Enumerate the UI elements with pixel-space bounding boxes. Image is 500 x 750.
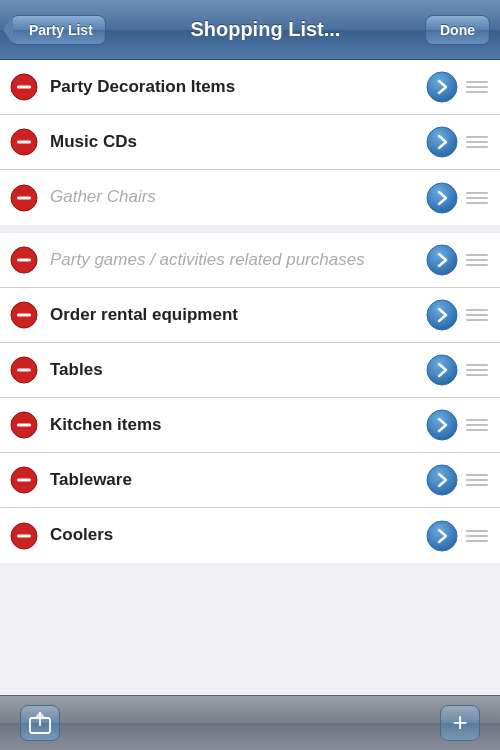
add-button[interactable]: + [440, 705, 480, 741]
svg-point-14 [427, 300, 457, 330]
reorder-handle[interactable] [466, 303, 490, 327]
svg-rect-22 [17, 479, 31, 482]
reorder-handle[interactable] [466, 130, 490, 154]
done-button[interactable]: Done [425, 15, 490, 45]
detail-button[interactable] [426, 71, 458, 103]
list-item: Order rental equipment [0, 288, 500, 343]
page-title: Shopping List... [106, 18, 425, 41]
add-icon: + [452, 709, 467, 735]
svg-rect-13 [17, 314, 31, 317]
list-item: Kitchen items [0, 398, 500, 453]
detail-button[interactable] [426, 409, 458, 441]
reorder-handle[interactable] [466, 186, 490, 210]
item-text: Tableware [50, 469, 418, 491]
svg-point-23 [427, 465, 457, 495]
list-item: Coolers [0, 508, 500, 563]
item-text: Gather Chairs [50, 186, 418, 208]
svg-rect-10 [17, 259, 31, 262]
svg-point-2 [427, 72, 457, 102]
detail-button[interactable] [426, 464, 458, 496]
share-button[interactable] [20, 705, 60, 741]
list-section-1: Party Decoration Items [0, 60, 500, 225]
item-text: Coolers [50, 524, 418, 546]
detail-button[interactable] [426, 182, 458, 214]
reorder-handle[interactable] [466, 358, 490, 382]
toolbar: + [0, 695, 500, 750]
list-item: Tableware [0, 453, 500, 508]
list-item: Gather Chairs [0, 170, 500, 225]
detail-button[interactable] [426, 299, 458, 331]
list-item: Party games / activities related purchas… [0, 233, 500, 288]
item-text: Order rental equipment [50, 304, 418, 326]
list-item: Tables [0, 343, 500, 398]
detail-button[interactable] [426, 126, 458, 158]
item-text: Party games / activities related purchas… [50, 249, 418, 271]
item-text: Music CDs [50, 131, 418, 153]
list-container: Party Decoration Items [0, 60, 500, 695]
delete-button[interactable] [10, 356, 38, 384]
svg-point-5 [427, 127, 457, 157]
svg-rect-25 [17, 534, 31, 537]
back-button-label: Party List [29, 22, 93, 38]
delete-button[interactable] [10, 246, 38, 274]
item-text: Kitchen items [50, 414, 418, 436]
back-button[interactable]: Party List [10, 15, 106, 45]
svg-rect-7 [17, 196, 31, 199]
svg-rect-19 [17, 424, 31, 427]
list-item: Party Decoration Items [0, 60, 500, 115]
delete-button[interactable] [10, 411, 38, 439]
reorder-handle[interactable] [466, 468, 490, 492]
detail-button[interactable] [426, 354, 458, 386]
svg-rect-4 [17, 141, 31, 144]
reorder-handle[interactable] [466, 248, 490, 272]
reorder-handle[interactable] [466, 75, 490, 99]
list-section-2: Party games / activities related purchas… [0, 233, 500, 563]
svg-point-20 [427, 410, 457, 440]
delete-button[interactable] [10, 73, 38, 101]
svg-point-11 [427, 245, 457, 275]
delete-button[interactable] [10, 466, 38, 494]
svg-point-8 [427, 183, 457, 213]
list-item: Music CDs [0, 115, 500, 170]
delete-button[interactable] [10, 301, 38, 329]
detail-button[interactable] [426, 244, 458, 276]
svg-point-17 [427, 355, 457, 385]
svg-rect-1 [17, 86, 31, 89]
nav-bar: Party List Shopping List... Done [0, 0, 500, 60]
detail-button[interactable] [426, 520, 458, 552]
delete-button[interactable] [10, 184, 38, 212]
item-text: Tables [50, 359, 418, 381]
svg-rect-16 [17, 369, 31, 372]
reorder-handle[interactable] [466, 524, 490, 548]
svg-point-26 [427, 521, 457, 551]
delete-button[interactable] [10, 128, 38, 156]
reorder-handle[interactable] [466, 413, 490, 437]
delete-button[interactable] [10, 522, 38, 550]
item-text: Party Decoration Items [50, 76, 418, 98]
share-icon [29, 712, 51, 734]
